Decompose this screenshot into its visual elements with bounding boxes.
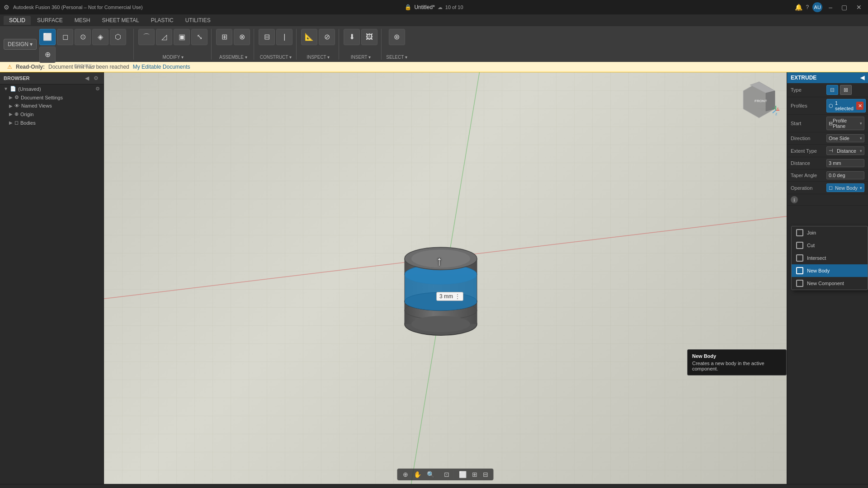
dimension-menu-icon[interactable]: ⋮ — [455, 293, 460, 300]
profiles-value[interactable]: ⬡ 1 selected ✕ — [826, 99, 866, 113]
browser-item-label-bodies: Bodies — [20, 120, 36, 126]
file-name[interactable]: Untitled* — [414, 4, 434, 10]
info-icon[interactable]: ℹ — [791, 196, 798, 203]
maximize-button[interactable]: ▢ — [839, 4, 850, 11]
modify-shell-button[interactable]: ▣ — [174, 29, 190, 45]
tab-surface[interactable]: SURFACE — [32, 16, 68, 25]
design-label: DESIGN ▾ — [8, 41, 33, 47]
viewport-orbit-button[interactable]: ⊕ — [401, 470, 410, 479]
design-dropdown-button[interactable]: DESIGN ▾ — [4, 39, 37, 50]
tab-plastic[interactable]: PLASTIC — [146, 16, 179, 25]
viewport[interactable]: ↑ 3 mm ⋮ FRONT Z Y X — [104, 72, 787, 484]
direction-value[interactable]: One Side ▾ — [826, 134, 864, 142]
dimension-label[interactable]: 3 mm ⋮ — [436, 292, 463, 301]
viewport-fit-button[interactable]: ⊡ — [442, 470, 451, 479]
assemble-new-component-button[interactable]: ⊞ — [216, 29, 232, 45]
direction-label: Direction — [791, 136, 825, 141]
editable-docs-link[interactable]: My Editable Documents — [133, 64, 190, 70]
profiles-label: Profiles — [791, 103, 825, 108]
viewport-section-button[interactable]: ⊟ — [481, 470, 490, 479]
notification-icon[interactable]: 🔔 — [795, 4, 802, 11]
construct-axis-button[interactable]: | — [276, 29, 292, 45]
viewport-grid-button[interactable]: ⊞ — [470, 470, 479, 479]
readonly-bar: ⚠ Read-Only: Document limit has been rea… — [0, 62, 868, 72]
browser-item-document-settings[interactable]: ▶ ⚙ Document Settings — [0, 93, 104, 102]
browser-item-bodies[interactable]: ▶ ◻ Bodies — [0, 118, 104, 127]
browser-collapse-button[interactable]: ◀ — [83, 74, 91, 82]
modify-buttons: ⌒ ◿ ▣ ⤡ — [138, 29, 208, 45]
inspect-label[interactable]: INSPECT ▾ — [307, 55, 330, 60]
panel-collapse-icon[interactable]: ◀ — [860, 75, 864, 81]
navigation-cube[interactable]: FRONT Z Y X — [739, 80, 779, 120]
operation-icon: ◻ — [829, 185, 833, 191]
tab-sheet-metal[interactable]: SHEET METAL — [96, 16, 144, 25]
create-sketch-button[interactable]: ⬜ — [39, 29, 56, 45]
user-avatar[interactable]: AU — [812, 2, 822, 12]
browser-settings-button[interactable]: ⚙ — [92, 74, 100, 82]
start-value[interactable]: ⊟ Profile Plane ▾ — [826, 117, 864, 130]
modify-scale-button[interactable]: ⤡ — [191, 29, 208, 45]
type-other-button[interactable]: ⊠ — [840, 85, 852, 95]
assemble-joint-button[interactable]: ⊗ — [234, 29, 250, 45]
modify-label[interactable]: MODIFY ▾ — [163, 55, 184, 60]
tab-mesh[interactable]: MESH — [69, 16, 96, 25]
browser-item-origin[interactable]: ▶ ⊕ Origin — [0, 110, 104, 118]
operation-new-component-option[interactable]: New Component — [792, 277, 868, 290]
browser-item-unsaved[interactable]: ▼ 📄 (Unsaved) ⚙ — [0, 84, 104, 93]
operation-new-body-option[interactable]: New Body — [792, 264, 868, 277]
operation-dropdown: Join Cut Intersect New Body New Componen… — [791, 226, 868, 290]
operation-value[interactable]: ◻ New Body ▾ — [826, 183, 864, 192]
create-buttons: ⬜ ◻ ⊙ ◈ ⬡ ⊕ — [39, 29, 130, 63]
browser-header: BROWSER ◀ ⚙ — [0, 72, 104, 84]
inspect-section-button[interactable]: ⊘ — [319, 29, 335, 45]
operation-join-option[interactable]: Join — [792, 226, 868, 239]
viewport-display-button[interactable]: ⬜ — [457, 470, 468, 479]
close-button[interactable]: ✕ — [854, 4, 864, 11]
insert-label[interactable]: INSERT ▾ — [351, 55, 371, 60]
tab-solid[interactable]: SOLID — [4, 16, 31, 25]
select-filter-button[interactable]: ⊛ — [389, 29, 405, 45]
new-component-icon — [796, 280, 803, 287]
construct-label[interactable]: CONSTRUCT ▾ — [260, 55, 292, 60]
profiles-clear-button[interactable]: ✕ — [856, 102, 863, 110]
inspect-measure-button[interactable]: 📐 — [301, 29, 317, 45]
type-extrude-button[interactable]: ⊟ — [826, 85, 838, 95]
operation-intersect-option[interactable]: Intersect — [792, 252, 868, 264]
create-revolve-button[interactable]: ⊙ — [75, 29, 91, 45]
create-loft-button[interactable]: ◈ — [92, 29, 108, 45]
toolbar-group-inspect: 📐 ⊘ INSPECT ▾ — [301, 29, 339, 60]
toolbar-group-modify: ⌒ ◿ ▣ ⤡ MODIFY ▾ — [138, 29, 212, 60]
new-component-label: New Component — [807, 281, 844, 286]
browser-panel-controls: ◀ ⚙ — [83, 74, 100, 82]
select-label[interactable]: SELECT ▾ — [386, 55, 407, 60]
tab-utilities[interactable]: UTILITIES — [180, 16, 216, 25]
type-label: Type — [791, 87, 825, 93]
assemble-label[interactable]: ASSEMBLE ▾ — [219, 55, 247, 60]
svg-text:X: X — [777, 107, 779, 110]
viewport-zoom-button[interactable]: 🔍 — [425, 470, 436, 479]
app-title: Autodesk Fusion 360 (Personal – Not for … — [13, 5, 143, 10]
minimize-button[interactable]: – — [826, 4, 835, 11]
distance-value[interactable]: 3 mm — [826, 159, 864, 167]
operation-cut-option[interactable]: Cut — [792, 239, 868, 252]
taper-angle-value[interactable]: 0.0 deg — [826, 171, 864, 179]
modify-fillet-button[interactable]: ⌒ — [138, 29, 155, 45]
create-solid-button[interactable]: ◻ — [57, 29, 73, 45]
construct-plane-button[interactable]: ⊟ — [259, 29, 275, 45]
create-extrude-button[interactable]: ⬡ — [110, 29, 126, 45]
insert-canvas-button[interactable]: 🖼 — [361, 29, 377, 45]
create-more-button[interactable]: ⊕ — [39, 47, 56, 63]
insert-buttons: ⬇ 🖼 — [344, 29, 377, 45]
viewport-pan-button[interactable]: ✋ — [412, 470, 423, 479]
cut-icon — [796, 242, 803, 249]
extent-type-value[interactable]: ⊣ Distance ▾ — [826, 146, 864, 155]
drag-arrow-cursor[interactable]: ↑ — [436, 254, 443, 268]
insert-derive-button[interactable]: ⬇ — [344, 29, 360, 45]
browser-item-named-views[interactable]: ▶ 👁 Named Views — [0, 102, 104, 110]
3d-cylinder[interactable]: ↑ — [396, 227, 486, 341]
modify-chamfer-button[interactable]: ◿ — [156, 29, 172, 45]
help-icon[interactable]: ? — [806, 4, 809, 10]
settings-gear-unsaved[interactable]: ⚙ — [95, 86, 100, 92]
toolbar-group-insert: ⬇ 🖼 INSERT ▾ — [344, 29, 382, 60]
sketch-icon: ⬜ — [43, 33, 52, 41]
